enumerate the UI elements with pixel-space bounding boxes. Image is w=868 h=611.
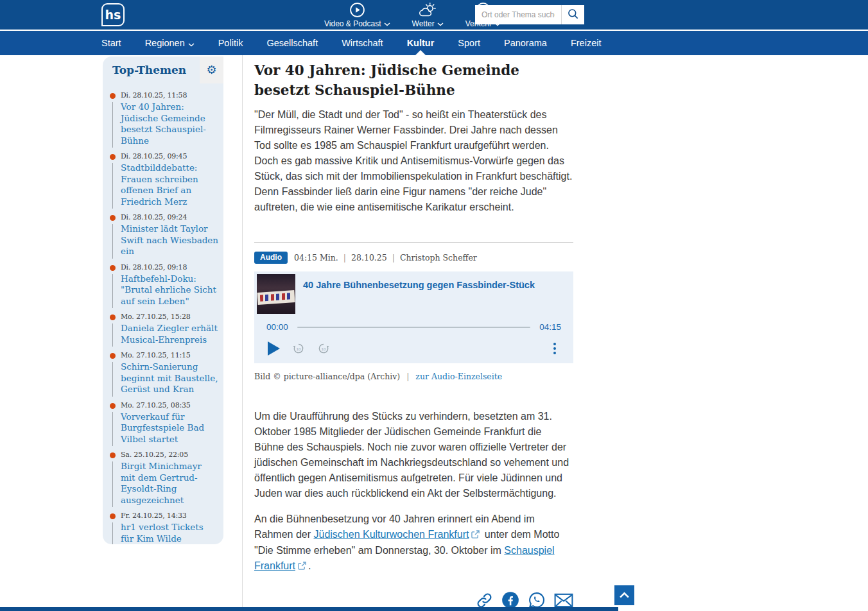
news-link[interactable]: hr1 verlost Tickets für Kim Wilde (121, 522, 218, 544)
search-bar (475, 5, 584, 24)
sidebar-news-item[interactable]: Fr. 24.10.25, 14:33 hr1 verlost Tickets … (109, 512, 218, 544)
menu-wetter[interactable]: Wetter (412, 1, 444, 28)
search-button[interactable] (561, 5, 584, 24)
nav-item-label: Panorama (504, 38, 547, 48)
current-time: 00:00 (266, 322, 288, 332)
news-link[interactable]: Haftbefehl-Doku: "Brutal ehrliche Sicht … (121, 273, 218, 307)
news-timestamp: Sa. 25.10.25, 22:05 (121, 451, 218, 459)
settings-button[interactable]: ⚙ (200, 56, 223, 83)
footer-top-strip (0, 607, 618, 611)
progress-row: 00:00 04:15 (257, 322, 571, 332)
chevron-down-icon (188, 39, 195, 49)
sidebar-news-item[interactable]: Mo. 27.10.25, 15:28 Daniela Ziegler erhä… (109, 313, 218, 345)
forward-10-icon[interactable]: 10 (317, 342, 330, 355)
bullet-dot-icon (110, 403, 116, 409)
sidebar-news-item[interactable]: Di. 28.10.25, 09:45 Stadtbilddebatte: Fr… (109, 152, 218, 207)
audio-thumbnail[interactable] (257, 274, 295, 314)
nav-item-label: Freizeit (571, 38, 602, 48)
news-timestamp: Mo. 27.10.25, 11:15 (121, 351, 218, 359)
bullet-dot-icon (110, 215, 116, 221)
email-icon[interactable] (554, 593, 573, 608)
nav-item-label: Politik (218, 38, 243, 48)
audio-meta-row: Audio 04:15 Min. | 28.10.25 | Christoph … (254, 252, 573, 264)
external-link-icon (471, 528, 480, 543)
nav-item[interactable]: Freizeit (571, 31, 602, 55)
menu-label: Video & Podcast (324, 19, 381, 28)
chevron-up-icon (619, 590, 630, 601)
search-icon (567, 8, 579, 22)
whatsapp-icon[interactable] (528, 591, 546, 609)
timeline-line (112, 461, 113, 507)
timeline-rail (109, 451, 121, 506)
audio-title-link[interactable]: 40 Jahre Bühnenbesetzung gegen Fassbinde… (295, 274, 541, 314)
news-timestamp: Mo. 27.10.25, 15:28 (121, 313, 218, 321)
article-paragraph: An die Bühnenbesetzung vor 40 Jahren eri… (254, 512, 573, 574)
timeline-rail (109, 263, 121, 307)
sidebar-news-item[interactable]: Mo. 27.10.25, 08:35 Vorverkauf für Burgf… (109, 401, 218, 445)
bullet-dot-icon (110, 353, 116, 359)
progress-bar[interactable] (297, 327, 530, 328)
external-link-icon (298, 559, 306, 574)
sidebar-news-item[interactable]: Di. 28.10.25, 09:18 Haftbefehl-Doku: "Br… (109, 263, 218, 307)
section-divider (254, 242, 573, 243)
timeline-line (112, 102, 113, 148)
search-input[interactable] (475, 5, 561, 24)
sidebar-title: Top-Themen (103, 64, 200, 76)
audio-single-page-link[interactable]: zur Audio-Einzelseite (415, 372, 502, 381)
news-timestamp: Di. 28.10.25, 09:45 (121, 152, 218, 160)
news-link[interactable]: Birgit Minichmayr mit dem Gertrud-Eysold… (121, 461, 218, 506)
bullet-dot-icon (110, 513, 116, 519)
scroll-to-top-button[interactable] (614, 585, 634, 605)
bullet-dot-icon (110, 452, 116, 458)
kebab-menu-icon[interactable] (550, 341, 560, 356)
facebook-icon[interactable] (501, 591, 519, 609)
news-link[interactable]: Stadtbilddebatte: Frauen schreiben offen… (121, 162, 218, 207)
play-icon[interactable] (268, 341, 280, 356)
nav-item[interactable]: Sport (458, 31, 480, 55)
nav-item[interactable]: Wirtschaft (342, 31, 383, 55)
sidebar-news-item[interactable]: Sa. 25.10.25, 22:05 Birgit Minichmayr mi… (109, 451, 218, 506)
news-link[interactable]: Vorverkauf für Burgfestspiele Bad Vilbel… (121, 411, 218, 445)
news-link[interactable]: Vor 40 Jahren: Jüdische Gemeinde besetzt… (121, 101, 218, 146)
total-time: 04:15 (539, 322, 561, 332)
news-link[interactable]: Minister lädt Taylor Swift nach Wiesbade… (121, 223, 218, 257)
news-timestamp: Mo. 27.10.25, 08:35 (121, 401, 218, 409)
news-link[interactable]: Schirn-Sanierung beginnt mit Baustelle, … (121, 361, 218, 395)
nav-item[interactable]: Regionen (145, 31, 195, 55)
chevron-down-icon (384, 19, 390, 28)
nav-item[interactable]: Politik (218, 31, 243, 55)
nav-item-label: Regionen (145, 38, 185, 48)
sidebar-news-item[interactable]: Di. 28.10.25, 11:58 Vor 40 Jahren: Jüdis… (109, 91, 218, 146)
news-timestamp: Di. 28.10.25, 09:24 (121, 213, 218, 221)
sidebar-news-list: Di. 28.10.25, 11:58 Vor 40 Jahren: Jüdis… (103, 83, 223, 544)
news-timestamp: Di. 28.10.25, 11:58 (121, 91, 218, 99)
sidebar-news-item[interactable]: Mo. 27.10.25, 11:15 Schirn-Sanierung beg… (109, 351, 218, 395)
link-share-icon[interactable] (476, 592, 493, 609)
sidebar-header: Top-Themen ⚙ (103, 56, 223, 83)
timeline-rail (109, 152, 121, 207)
bullet-dot-icon (110, 265, 116, 271)
hessenschau-page: hs Video & Podcast (0, 0, 868, 611)
top-header-bar: hs Video & Podcast (0, 0, 868, 30)
timeline-rail (109, 313, 121, 345)
share-row (254, 591, 573, 609)
svg-text:10: 10 (322, 347, 326, 351)
timeline-rail (109, 213, 121, 257)
nav-item[interactable]: Start (101, 31, 121, 55)
menu-video-podcast[interactable]: Video & Podcast (324, 1, 390, 28)
article-paragraph: Um die Uraufführung des Stücks zu verhin… (254, 409, 573, 501)
sidebar-news-item[interactable]: Di. 28.10.25, 09:24 Minister lädt Taylor… (109, 213, 218, 257)
article-lead: "Der Müll, die Stadt und der Tod" - so h… (254, 107, 573, 215)
kulturwochen-link[interactable]: Jüdischen Kulturwochen Frankfurt (314, 529, 469, 540)
nav-item-label: Start (101, 38, 121, 48)
news-link[interactable]: Daniela Ziegler erhält Musical-Ehrenprei… (121, 323, 218, 345)
rewind-10-icon[interactable]: 10 (292, 342, 305, 355)
timeline-rail (109, 91, 121, 146)
hs-logo[interactable]: hs (101, 3, 125, 26)
audio-date: 28.10.25 (351, 253, 387, 262)
nav-item[interactable]: Panorama (504, 31, 547, 55)
nav-item-label: Gesellschaft (266, 38, 318, 48)
content-divider (242, 55, 243, 611)
nav-item[interactable]: Gesellschaft (266, 31, 318, 55)
nav-item[interactable]: Kultur (407, 31, 435, 55)
